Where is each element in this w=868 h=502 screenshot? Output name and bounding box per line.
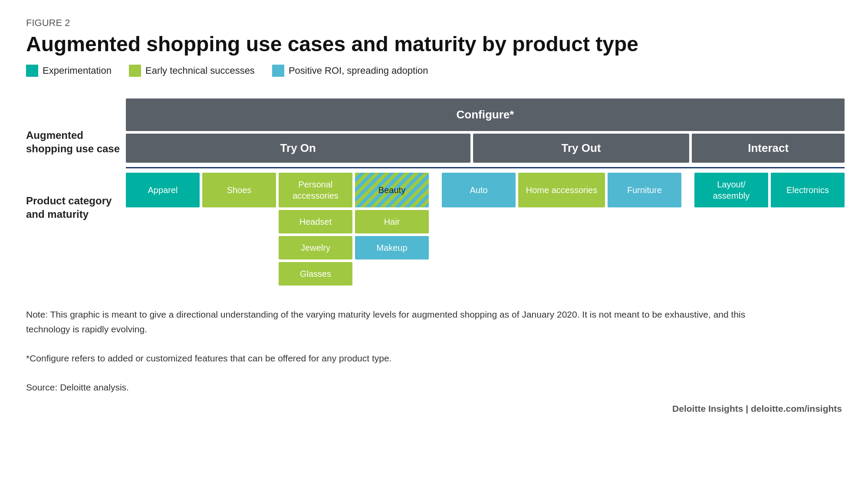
cell-shoes: Shoes	[202, 173, 276, 207]
chart-area: Configure* Try On Try Out Interact Appar…	[126, 98, 845, 285]
configure-header: Configure*	[126, 98, 845, 131]
row-labels: Augmented shopping use case Product cate…	[26, 98, 126, 221]
footer-text: Deloitte Insights | deloitte.com/insight…	[672, 404, 842, 414]
positive-label: Positive ROI, spreading adoption	[289, 65, 428, 76]
notes-section: Note: This graphic is meant to give a di…	[26, 307, 764, 395]
cell-makeup: Makeup	[355, 236, 429, 259]
cell-beauty: Beauty	[355, 173, 429, 207]
use-case-label: Augmented shopping use case	[26, 98, 122, 185]
note-1: Note: This graphic is meant to give a di…	[26, 307, 764, 336]
experimentation-label: Experimentation	[43, 65, 112, 76]
section-gap-2	[684, 173, 692, 207]
tryout-header: Try Out	[473, 134, 690, 163]
cell-glasses: Glasses	[279, 262, 352, 285]
cell-jewelry: Jewelry	[279, 236, 352, 259]
product-row-3: Jewelry Makeup	[279, 236, 845, 259]
use-case-headers: Configure* Try On Try Out Interact	[126, 98, 845, 163]
early-swatch	[129, 65, 141, 77]
cell-hair: Hair	[355, 210, 429, 233]
legend: Experimentation Early technical successe…	[26, 65, 842, 77]
cell-personal: Personal accessories	[279, 173, 352, 207]
cell-layout: Layout/ assembly	[694, 173, 768, 207]
note-2: *Configure refers to added or customized…	[26, 351, 764, 366]
figure-label: FIGURE 2	[26, 17, 842, 29]
legend-item-positive: Positive ROI, spreading adoption	[272, 65, 428, 77]
cell-furniture: Furniture	[608, 173, 681, 207]
cell-auto: Auto	[442, 173, 516, 207]
cell-home: Home accessories	[518, 173, 605, 207]
product-grid: Apparel Shoes Personal accessories Beaut…	[126, 173, 845, 285]
positive-swatch	[272, 65, 284, 77]
product-label: Product category and maturity	[26, 185, 122, 221]
footer-row: Deloitte Insights | deloitte.com/insight…	[26, 404, 842, 414]
note-3: Source: Deloitte analysis.	[26, 380, 764, 395]
experimentation-swatch	[26, 65, 38, 77]
main-title: Augmented shopping use cases and maturit…	[26, 32, 842, 56]
early-label: Early technical successes	[145, 65, 255, 76]
sub-headers: Try On Try Out Interact	[126, 134, 845, 163]
product-row-2: Headset Hair	[279, 210, 845, 233]
cell-electronics: Electronics	[771, 173, 845, 207]
cell-apparel: Apparel	[126, 173, 200, 207]
legend-item-early: Early technical successes	[129, 65, 255, 77]
product-row-4: Glasses	[279, 262, 845, 285]
diagram: Augmented shopping use case Product cate…	[26, 98, 842, 285]
cell-headset: Headset	[279, 210, 352, 233]
section-gap-1	[431, 173, 439, 207]
product-row-1: Apparel Shoes Personal accessories Beaut…	[126, 173, 845, 207]
tryon-header: Try On	[126, 134, 470, 163]
interact-header: Interact	[692, 134, 845, 163]
section-divider	[126, 167, 845, 168]
legend-item-experimentation: Experimentation	[26, 65, 112, 77]
